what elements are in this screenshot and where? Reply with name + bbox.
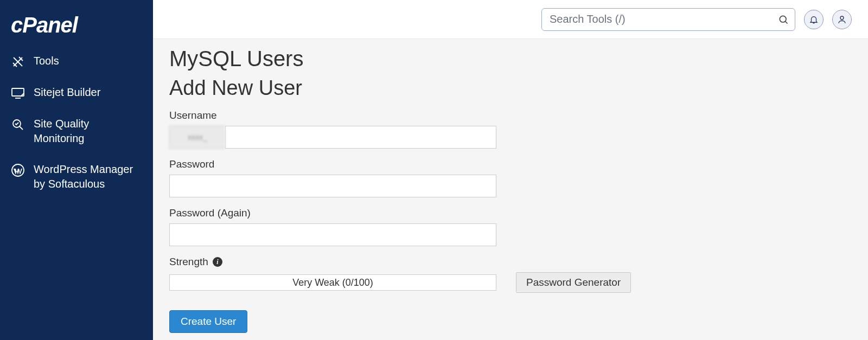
username-group: Username xxxx_ bbox=[169, 110, 852, 149]
search-wrap bbox=[541, 8, 795, 31]
sidebar-item-label: Sitejet Builder bbox=[34, 85, 142, 100]
password-again-label: Password (Again) bbox=[169, 207, 852, 219]
password-again-field[interactable] bbox=[169, 223, 496, 246]
svg-line-8 bbox=[786, 21, 788, 23]
svg-point-9 bbox=[840, 16, 844, 20]
main: MySQL Users Add New User Username xxxx_ … bbox=[153, 0, 868, 340]
username-field[interactable] bbox=[225, 126, 496, 149]
wordpress-icon bbox=[11, 163, 25, 177]
bell-icon bbox=[809, 15, 819, 24]
account-button[interactable] bbox=[832, 10, 852, 29]
search-input[interactable] bbox=[541, 8, 795, 31]
strength-text: Very Weak (0/100) bbox=[292, 277, 373, 288]
sidebar-nav: Tools Sitejet Builder bbox=[0, 47, 153, 198]
sidebar-item-site-quality[interactable]: Site Quality Monitoring bbox=[10, 110, 143, 152]
tools-icon bbox=[11, 55, 25, 69]
password-again-group: Password (Again) bbox=[169, 207, 852, 246]
brand-name: cPanel bbox=[11, 13, 142, 37]
content: MySQL Users Add New User Username xxxx_ … bbox=[153, 39, 868, 340]
sidebar-item-tools[interactable]: Tools bbox=[10, 47, 143, 75]
logo: cPanel bbox=[0, 5, 153, 47]
info-icon[interactable]: i bbox=[213, 257, 222, 267]
strength-label-text: Strength bbox=[169, 256, 208, 268]
password-generator-button[interactable]: Password Generator bbox=[516, 272, 631, 293]
strength-label: Strength i bbox=[169, 256, 852, 268]
search-icon bbox=[778, 14, 789, 25]
password-label: Password bbox=[169, 158, 852, 170]
sidebar-item-label: Site Quality Monitoring bbox=[34, 117, 142, 146]
section-title: Add New User bbox=[169, 76, 852, 100]
topbar bbox=[153, 0, 868, 39]
sidebar-item-label: Tools bbox=[34, 54, 142, 68]
page-title: MySQL Users bbox=[169, 47, 852, 71]
username-prefix: xxxx_ bbox=[169, 126, 225, 149]
sidebar: cPanel Tools bbox=[0, 0, 153, 340]
password-group: Password bbox=[169, 158, 852, 197]
sidebar-item-wordpress[interactable]: WordPress Manager by Softaculous bbox=[10, 156, 143, 198]
strength-meter: Very Weak (0/100) bbox=[169, 274, 496, 291]
monitor-icon bbox=[11, 86, 25, 100]
create-user-button[interactable]: Create User bbox=[169, 310, 247, 333]
username-label: Username bbox=[169, 110, 852, 121]
password-field[interactable] bbox=[169, 175, 496, 197]
svg-line-5 bbox=[20, 126, 23, 130]
strength-group: Strength i Very Weak (0/100) Password Ge… bbox=[169, 256, 852, 293]
magnifier-check-icon bbox=[11, 118, 25, 132]
notifications-button[interactable] bbox=[804, 10, 824, 29]
sidebar-item-sitejet[interactable]: Sitejet Builder bbox=[10, 79, 143, 107]
svg-point-7 bbox=[780, 16, 786, 22]
sidebar-item-label: WordPress Manager by Softaculous bbox=[34, 162, 142, 191]
user-icon bbox=[837, 15, 847, 24]
